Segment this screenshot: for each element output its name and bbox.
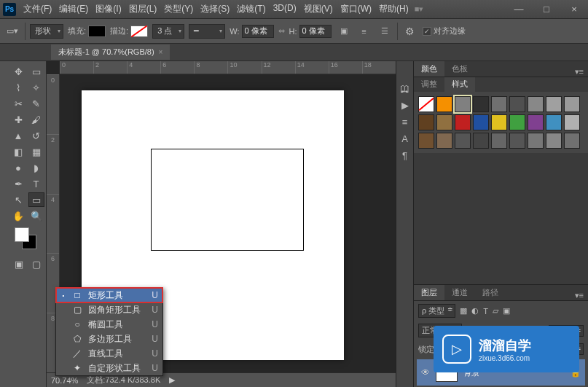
flyout-polygon[interactable]: ⬠多边形工具U <box>56 332 162 346</box>
style-swatch[interactable] <box>436 133 452 149</box>
style-swatch[interactable] <box>455 133 471 149</box>
stroke-width-dropdown[interactable]: 3 点 <box>152 24 184 39</box>
shape-mode-dropdown[interactable]: 形状 <box>30 24 63 39</box>
dodge-tool[interactable]: ◗ <box>28 160 44 175</box>
stroke-swatch[interactable] <box>130 26 148 37</box>
align-edges[interactable]: ✓ 对齐边缘 <box>423 26 466 36</box>
close-tab-icon[interactable]: × <box>159 48 163 56</box>
layer-kind-dropdown[interactable]: ρ 类型 <box>418 304 455 318</box>
flyout-rectangle[interactable]: •□矩形工具U <box>56 288 162 302</box>
style-swatch[interactable] <box>509 96 525 112</box>
style-swatch[interactable] <box>418 133 434 149</box>
style-swatch[interactable] <box>509 133 525 149</box>
zoom-display[interactable]: 70.74% <box>51 376 78 385</box>
menu-file[interactable]: 文件(F) <box>20 1 55 17</box>
style-swatch[interactable] <box>528 133 544 149</box>
style-swatch[interactable] <box>528 96 544 112</box>
align-icon[interactable]: ≡ <box>356 23 372 39</box>
style-swatch[interactable] <box>473 133 489 149</box>
fill-swatch[interactable] <box>88 26 106 37</box>
filter-pixel-icon[interactable]: ▩ <box>460 306 467 316</box>
path-select-tool[interactable]: ↖ <box>10 192 26 207</box>
crop-tool[interactable]: ✂ <box>10 96 26 111</box>
style-swatch[interactable] <box>546 133 562 149</box>
shape-tool[interactable]: ▭ <box>28 192 44 207</box>
hand-tool[interactable]: ✋ <box>10 208 26 223</box>
gradient-tool[interactable]: ▦ <box>28 144 44 159</box>
tab-swatches[interactable]: 色板 <box>444 61 475 77</box>
history-brush-tool[interactable]: ↺ <box>28 128 44 143</box>
style-swatch[interactable] <box>436 114 452 130</box>
blur-tool[interactable]: ● <box>10 160 26 175</box>
height-input[interactable]: 0 像素 <box>299 25 332 38</box>
style-swatch[interactable] <box>528 114 544 130</box>
style-swatch[interactable] <box>546 114 562 130</box>
filter-type-icon[interactable]: T <box>483 307 488 316</box>
healing-tool[interactable]: ✚ <box>10 112 26 127</box>
eyedropper-tool[interactable]: ✎ <box>28 96 44 111</box>
tab-layers[interactable]: 图层 <box>414 285 444 300</box>
width-input[interactable]: 0 像素 <box>242 25 274 38</box>
style-swatch[interactable] <box>564 133 580 149</box>
menu-help[interactable]: 帮助(H) <box>376 1 412 17</box>
style-swatch[interactable] <box>473 114 489 130</box>
style-swatch[interactable] <box>455 96 471 112</box>
statusbar-menu-icon[interactable]: ▶ <box>169 375 175 385</box>
tab-adjust[interactable]: 调整 <box>414 77 444 92</box>
filter-adjust-icon[interactable]: ◐ <box>471 306 479 316</box>
tab-channels[interactable]: 通道 <box>444 285 475 300</box>
flyout-line[interactable]: ／直线工具U <box>56 346 162 361</box>
character-panel-icon[interactable]: A <box>401 133 408 144</box>
drawn-rectangle[interactable] <box>151 149 304 251</box>
zoom-tool[interactable]: 🔍 <box>28 208 44 223</box>
menu-select[interactable]: 选择(S) <box>197 1 232 17</box>
style-swatch[interactable] <box>473 96 489 112</box>
menu-layer[interactable]: 图层(L) <box>126 1 160 17</box>
style-swatch[interactable] <box>564 114 580 130</box>
arrange-icon[interactable]: ☰ <box>377 23 393 39</box>
layers-menu-icon[interactable]: ▾≡ <box>571 291 588 300</box>
properties-panel-icon[interactable]: ≡ <box>402 117 408 128</box>
style-swatch[interactable] <box>491 114 507 130</box>
style-swatch[interactable] <box>564 96 580 112</box>
flyout-rounded-rect[interactable]: ▢圆角矩形工具U <box>56 302 162 317</box>
stroke-style-dropdown[interactable]: ━ <box>189 24 225 39</box>
style-swatch[interactable] <box>491 96 507 112</box>
menu-type[interactable]: 类型(Y) <box>161 1 196 17</box>
type-tool[interactable]: T <box>28 176 44 191</box>
filter-shape-icon[interactable]: ▱ <box>493 306 498 316</box>
brush-tool[interactable]: 🖌 <box>28 112 44 127</box>
marquee-tool[interactable]: ▭ <box>28 64 44 79</box>
minimize-button[interactable]: — <box>508 4 530 15</box>
style-swatch[interactable] <box>546 96 562 112</box>
tab-color[interactable]: 颜色 <box>414 61 444 77</box>
filter-smart-icon[interactable]: ▣ <box>503 306 510 316</box>
path-ops-icon[interactable]: ▣ <box>336 23 352 39</box>
style-swatch[interactable] <box>455 114 471 130</box>
panel-menu-icon[interactable]: ▾≡ <box>571 67 588 77</box>
menu-window[interactable]: 窗口(W) <box>337 1 375 17</box>
eraser-tool[interactable]: ◧ <box>10 144 26 159</box>
style-swatch[interactable] <box>418 114 434 130</box>
foreground-color[interactable] <box>15 227 29 242</box>
style-swatch[interactable] <box>418 96 434 112</box>
menu-image[interactable]: 图像(I) <box>93 1 124 17</box>
link-wh-icon[interactable]: ⇔ <box>278 26 285 36</box>
extras-button[interactable]: ■▾ <box>415 4 424 14</box>
menu-3d[interactable]: 3D(D) <box>270 1 299 17</box>
visibility-icon[interactable]: 👁 <box>421 367 430 378</box>
align-edges-checkbox[interactable]: ✓ <box>423 27 431 36</box>
quickmask-icon[interactable]: ▣ <box>11 257 27 271</box>
actions-panel-icon[interactable]: ▶ <box>401 100 409 111</box>
menu-view[interactable]: 视图(V) <box>301 1 336 17</box>
style-swatch[interactable] <box>509 114 525 130</box>
color-wells[interactable] <box>15 227 38 251</box>
stamp-tool[interactable]: ▲ <box>10 128 26 143</box>
flyout-custom-shape[interactable]: ✦自定形状工具U <box>56 361 162 375</box>
screenmode-icon[interactable]: ▢ <box>28 257 44 271</box>
magic-wand-tool[interactable]: ✧ <box>28 80 44 95</box>
paragraph-panel-icon[interactable]: ¶ <box>402 150 407 161</box>
menu-filter[interactable]: 滤镜(T) <box>234 1 268 17</box>
pen-tool[interactable]: ✒ <box>10 176 26 191</box>
tool-preset-icon[interactable]: ▭▾ <box>4 23 20 39</box>
